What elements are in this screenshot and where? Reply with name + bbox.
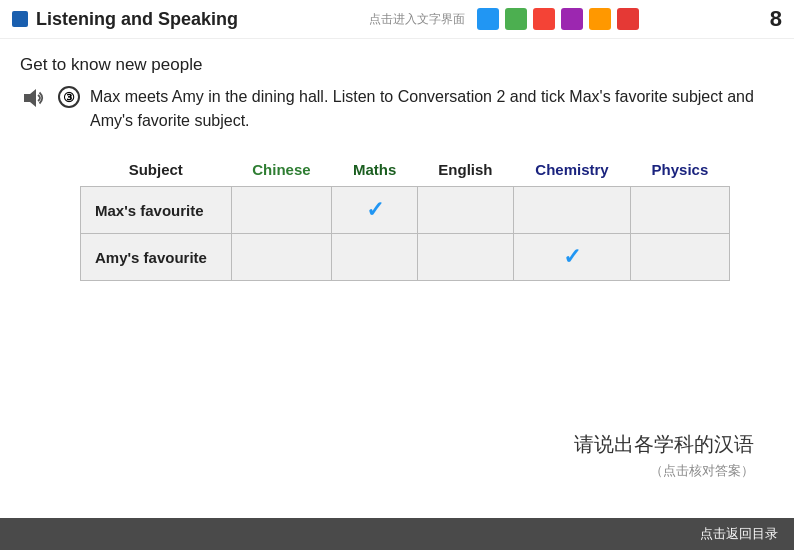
- footer: 点击返回目录: [0, 518, 794, 550]
- max-chemistry-cell[interactable]: [514, 187, 631, 234]
- page-title: Listening and Speaking: [36, 9, 238, 30]
- col-english: English: [417, 153, 513, 187]
- max-english-cell[interactable]: [417, 187, 513, 234]
- color-btn-red[interactable]: [533, 8, 555, 30]
- col-subject: Subject: [81, 153, 232, 187]
- header: Listening and Speaking 点击进入文字界面 8: [0, 0, 794, 39]
- blue-square-icon: [12, 11, 28, 27]
- amy-chemistry-cell[interactable]: ✓: [514, 234, 631, 281]
- table-row-max: Max's favourite ✓: [81, 187, 730, 234]
- table-row-amy: Amy's favourite ✓: [81, 234, 730, 281]
- max-maths-cell[interactable]: ✓: [332, 187, 417, 234]
- speaker-icon[interactable]: [20, 87, 48, 113]
- amy-row-label: Amy's favourite: [81, 234, 232, 281]
- table-header-row: Subject Chinese Maths English Chemistry …: [81, 153, 730, 187]
- color-btn-blue[interactable]: [477, 8, 499, 30]
- subtitle: Get to know new people: [20, 55, 774, 75]
- instruction-text: Max meets Amy in the dining hall. Listen…: [90, 85, 774, 133]
- amy-chinese-cell[interactable]: [231, 234, 332, 281]
- subjects-table: Subject Chinese Maths English Chemistry …: [80, 153, 730, 281]
- footer-label[interactable]: 点击返回目录: [700, 525, 778, 543]
- color-btn-darkred[interactable]: [617, 8, 639, 30]
- bottom-text: 请说出各学科的汉语 （点击核对答案）: [574, 431, 754, 480]
- col-chemistry: Chemistry: [514, 153, 631, 187]
- main-content: Get to know new people ③ Max meets Amy i…: [0, 39, 794, 297]
- col-physics: Physics: [630, 153, 729, 187]
- amy-chemistry-check: ✓: [563, 244, 581, 269]
- table-container: Subject Chinese Maths English Chemistry …: [80, 153, 774, 281]
- col-chinese: Chinese: [231, 153, 332, 187]
- color-btn-green[interactable]: [505, 8, 527, 30]
- col-maths: Maths: [332, 153, 417, 187]
- svg-marker-0: [24, 89, 36, 107]
- amy-english-cell[interactable]: [417, 234, 513, 281]
- bottom-main-text: 请说出各学科的汉语: [574, 431, 754, 458]
- color-btn-orange[interactable]: [589, 8, 611, 30]
- max-maths-check: ✓: [366, 197, 384, 222]
- instruction-number: ③: [58, 86, 80, 108]
- instruction-row: ③ Max meets Amy in the dining hall. List…: [20, 85, 774, 133]
- header-center: 点击进入文字界面: [369, 8, 639, 30]
- max-row-label: Max's favourite: [81, 187, 232, 234]
- color-btn-purple[interactable]: [561, 8, 583, 30]
- bottom-sub-text[interactable]: （点击核对答案）: [574, 462, 754, 480]
- header-left: Listening and Speaking: [12, 9, 238, 30]
- max-physics-cell[interactable]: [630, 187, 729, 234]
- nav-hint: 点击进入文字界面: [369, 11, 465, 28]
- amy-maths-cell[interactable]: [332, 234, 417, 281]
- page-number: 8: [770, 6, 782, 32]
- amy-physics-cell[interactable]: [630, 234, 729, 281]
- max-chinese-cell[interactable]: [231, 187, 332, 234]
